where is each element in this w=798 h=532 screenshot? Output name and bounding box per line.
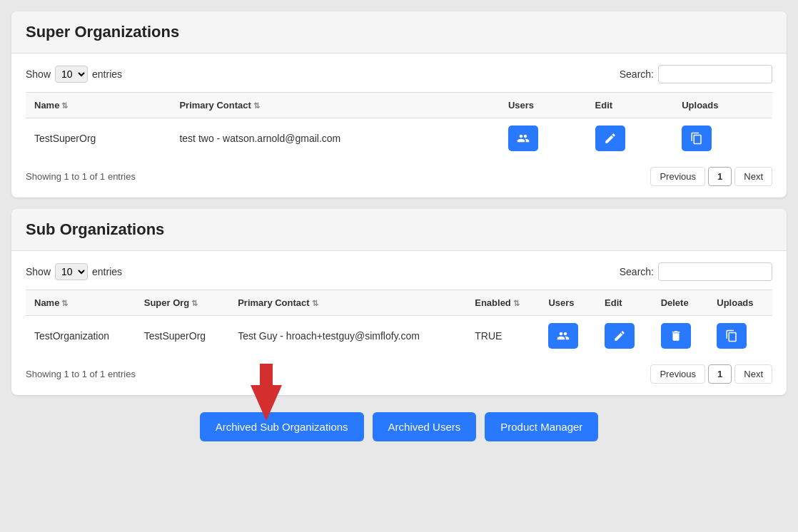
super-orgs-search-row: Search: — [620, 65, 772, 83]
table-row: TestSuperOrg test two - watson.arnold@gm… — [26, 118, 772, 159]
sub-col-enabled: Enabled — [466, 290, 540, 316]
cell-edit — [587, 118, 674, 159]
uploads-button[interactable] — [682, 126, 712, 151]
sub-search-label: Search: — [620, 266, 654, 277]
sub-col-name: Name — [26, 290, 136, 316]
super-orgs-entries-select[interactable]: 10 25 50 — [55, 66, 88, 83]
cell-primary-contact: test two - watson.arnold@gmail.com — [171, 118, 500, 159]
footer-buttons-area: Archived Sub Organizations Archived User… — [11, 406, 787, 453]
sub-orgs-title: Sub Organizations — [26, 220, 164, 238]
cell-uploads — [673, 118, 772, 159]
super-orgs-next-button[interactable]: Next — [734, 167, 772, 186]
search-label: Search: — [620, 68, 654, 80]
super-orgs-prev-button[interactable]: Previous — [650, 167, 705, 186]
sub-col-primary-contact: Primary Contact — [229, 290, 466, 316]
sub-orgs-next-button[interactable]: Next — [734, 364, 772, 384]
sub-col-users: Users — [540, 290, 596, 316]
cell-users — [540, 316, 596, 357]
edit-button[interactable] — [605, 323, 635, 349]
super-orgs-pagination-controls: Previous 1 Next — [650, 167, 772, 186]
sub-col-edit: Edit — [596, 290, 652, 316]
super-orgs-show-entries: Show 10 25 50 entries — [26, 66, 122, 83]
super-orgs-pagination: Showing 1 to 1 of 1 entries Previous 1 N… — [26, 167, 772, 186]
entries-label: entries — [92, 68, 122, 80]
cell-name: TestSuperOrg — [26, 118, 171, 159]
sub-orgs-search-input[interactable] — [658, 262, 772, 281]
product-manager-button[interactable]: Product Manager — [485, 412, 598, 441]
super-orgs-controls: Show 10 25 50 entries Search: — [26, 65, 772, 83]
edit-button[interactable] — [595, 126, 625, 151]
sub-orgs-body: Show 10 25 50 entries Search: Name — [11, 251, 787, 395]
uploads-button[interactable] — [717, 323, 747, 349]
sub-orgs-search-row: Search: — [620, 262, 772, 281]
archived-users-button[interactable]: Archived Users — [373, 412, 477, 441]
sub-orgs-controls: Show 10 25 50 entries Search: — [26, 262, 772, 281]
sub-orgs-pagination-info: Showing 1 to 1 of 1 entries — [26, 369, 136, 379]
sub-orgs-pagination-controls: Previous 1 Next — [650, 364, 772, 384]
super-orgs-title: Super Organizations — [26, 23, 179, 41]
super-orgs-section: Super Organizations Show 10 25 50 entrie… — [11, 11, 787, 198]
sub-col-delete: Delete — [652, 290, 709, 316]
cell-delete — [652, 316, 709, 357]
sub-orgs-table-header-row: Name Super Org Primary Contact Enabled U… — [26, 290, 772, 316]
super-orgs-header: Super Organizations — [11, 11, 787, 53]
super-orgs-table: Name Primary Contact Users Edit Uploads … — [26, 92, 772, 158]
col-users: Users — [500, 93, 587, 118]
super-orgs-table-header-row: Name Primary Contact Users Edit Uploads — [26, 93, 772, 118]
sub-orgs-pagination: Showing 1 to 1 of 1 entries Previous 1 N… — [26, 364, 772, 384]
users-button[interactable] — [548, 323, 578, 349]
sub-orgs-table: Name Super Org Primary Contact Enabled U… — [26, 290, 772, 356]
super-orgs-page-1-button[interactable]: 1 — [708, 167, 732, 186]
cell-uploads — [708, 316, 772, 357]
col-edit: Edit — [587, 93, 674, 118]
sub-col-super-org: Super Org — [136, 290, 229, 316]
super-orgs-body: Show 10 25 50 entries Search: Name — [11, 53, 787, 198]
cell-users — [500, 118, 587, 159]
col-uploads: Uploads — [673, 93, 772, 118]
arrow-shaft — [260, 364, 273, 385]
sub-orgs-header: Sub Organizations — [11, 209, 787, 251]
super-orgs-search-input[interactable] — [658, 65, 772, 83]
super-orgs-pagination-info: Showing 1 to 1 of 1 entries — [26, 171, 136, 182]
show-label: Show — [26, 68, 51, 80]
users-button[interactable] — [508, 126, 538, 151]
arrow-head — [251, 385, 282, 421]
delete-button[interactable] — [661, 323, 691, 349]
cell-enabled: TRUE — [466, 316, 540, 357]
cell-super-org: TestSuperOrg — [136, 316, 229, 357]
cell-name: TestOrganization — [26, 316, 136, 357]
sub-orgs-show-entries: Show 10 25 50 entries — [26, 263, 122, 280]
arrow-indicator — [251, 364, 282, 421]
col-name: Name — [26, 93, 171, 118]
sub-entries-label: entries — [92, 266, 122, 277]
cell-edit — [596, 316, 652, 357]
sub-orgs-section: Sub Organizations Show 10 25 50 entries … — [11, 209, 787, 395]
sub-orgs-entries-select[interactable]: 10 25 50 — [55, 263, 88, 280]
sub-orgs-page-1-button[interactable]: 1 — [708, 364, 732, 384]
cell-primary-contact: Test Guy - hroach+testguy@simflofy.com — [229, 316, 466, 357]
table-row: TestOrganization TestSuperOrg Test Guy -… — [26, 316, 772, 357]
sub-orgs-prev-button[interactable]: Previous — [650, 364, 705, 384]
sub-col-uploads: Uploads — [708, 290, 772, 316]
sub-show-label: Show — [26, 266, 51, 277]
col-primary-contact: Primary Contact — [171, 93, 500, 118]
